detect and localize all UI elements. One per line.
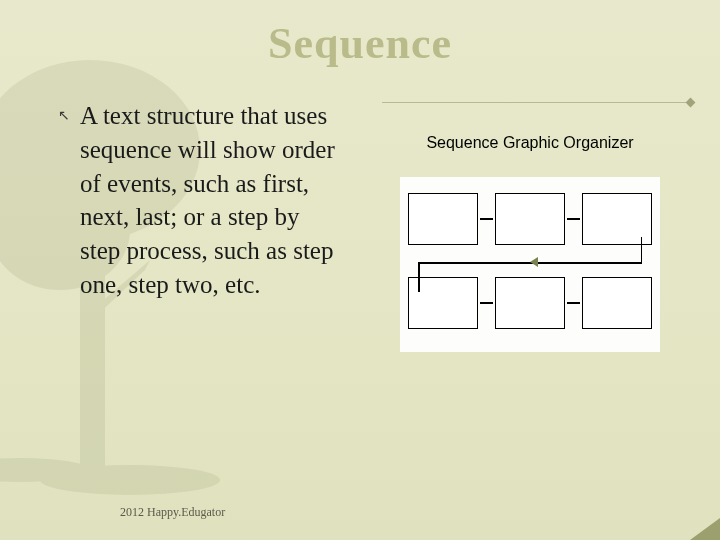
organizer-connector — [480, 218, 493, 220]
organizer-box — [495, 277, 565, 329]
organizer-row-top — [408, 187, 652, 251]
organizer-box — [582, 277, 652, 329]
slide-container: Sequence ↖ A text structure that uses se… — [0, 0, 720, 540]
slide-title: Sequence — [40, 18, 680, 69]
organizer-connector — [480, 302, 493, 304]
organizer-connector — [567, 218, 580, 220]
organizer-box — [408, 193, 478, 245]
organizer-label: Sequence Graphic Organizer — [380, 134, 680, 152]
content-row: ↖ A text structure that uses sequence wi… — [40, 99, 680, 352]
organizer-connector — [567, 302, 580, 304]
body-text: A text structure that uses sequence will… — [80, 99, 340, 302]
organizer-connector — [418, 262, 420, 292]
bullet-arrow-icon: ↖ — [58, 107, 70, 124]
organizer-arrow-icon — [530, 257, 538, 267]
footer-credit: 2012 Happy.Edugator — [120, 505, 225, 520]
right-column: Sequence Graphic Organizer — [380, 99, 680, 352]
organizer-box — [495, 193, 565, 245]
decorative-top-line — [382, 102, 692, 103]
organizer-connector — [641, 237, 643, 263]
sequence-organizer-diagram — [400, 177, 660, 352]
organizer-row-bottom — [408, 271, 652, 335]
left-column: ↖ A text structure that uses sequence wi… — [40, 99, 340, 352]
corner-accent-icon — [690, 518, 720, 540]
